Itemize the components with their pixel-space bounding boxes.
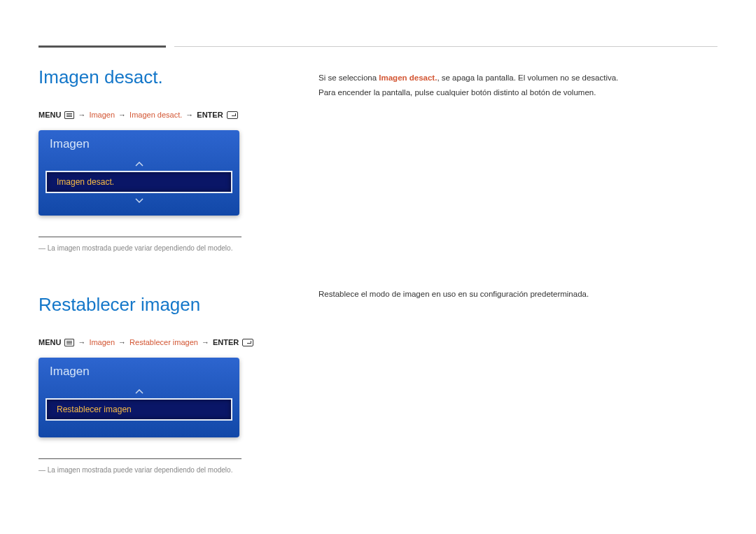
menu-box-1: Imagen Imagen desact.: [38, 130, 239, 216]
path-step-2: Restablecer imagen: [130, 338, 198, 346]
body-text-pre: Si se selecciona: [318, 73, 379, 82]
arrow-icon: →: [118, 111, 126, 119]
header-divider-thick: [38, 45, 166, 48]
arrow-icon: →: [78, 111, 85, 119]
body-text-line2: Para encender la pantalla, pulse cualqui…: [318, 88, 596, 97]
chevron-up-icon: [135, 389, 144, 394]
menu-box-2: Imagen Restablecer imagen: [38, 358, 239, 437]
body-section-2: Restablece el modo de imagen en uso en s…: [318, 287, 718, 302]
menu-path-1: MENU → Imagen → Imagen desact. → ENTER: [38, 111, 276, 119]
menu-icon: [64, 339, 74, 346]
heading-imagen-desact: Imagen desact.: [38, 66, 276, 88]
enter-label: ENTER: [197, 111, 223, 119]
arrow-icon: →: [118, 338, 126, 346]
body-text-highlight: Imagen desact.: [379, 73, 437, 82]
menu-box-header: Imagen: [38, 130, 239, 157]
arrow-icon: →: [202, 338, 209, 346]
enter-icon: [242, 339, 253, 346]
menu-box-down[interactable]: [38, 193, 239, 207]
arrow-icon: →: [186, 111, 193, 119]
header-divider: [38, 46, 718, 47]
note-text-2: La imagen mostrada puede variar dependie…: [38, 466, 276, 474]
path-step-1: Imagen: [89, 111, 115, 119]
menu-box-up[interactable]: [38, 384, 239, 398]
menu-box-header: Imagen: [38, 358, 239, 384]
menu-box-selected-item[interactable]: Restablecer imagen: [46, 398, 232, 421]
note-text-1: La imagen mostrada puede variar dependie…: [38, 244, 276, 252]
note-divider: [38, 237, 241, 237]
heading-restablecer: Restablecer imagen: [38, 294, 276, 316]
menu-box-title: Imagen: [50, 137, 228, 151]
path-step-2: Imagen desact.: [130, 111, 182, 119]
section-imagen-desact: Imagen desact. MENU → Imagen → Imagen de…: [38, 66, 276, 252]
body-section-1: Si se selecciona Imagen desact., se apag…: [318, 71, 718, 99]
menu-label: MENU: [38, 111, 61, 119]
body-text-post: , se apaga la pantalla. El volumen no se…: [437, 73, 618, 82]
menu-label: MENU: [38, 338, 61, 346]
enter-label: ENTER: [213, 338, 239, 346]
menu-path-2: MENU → Imagen → Restablecer imagen → ENT…: [38, 338, 276, 346]
note-divider: [38, 458, 241, 459]
section-restablecer: Restablecer imagen MENU → Imagen → Resta…: [38, 294, 276, 474]
menu-box-selected-item[interactable]: Imagen desact.: [46, 171, 232, 193]
chevron-down-icon: [135, 198, 144, 203]
header-divider-thin: [174, 46, 718, 47]
menu-box-up[interactable]: [38, 157, 239, 171]
menu-icon: [64, 111, 74, 119]
enter-icon: [227, 111, 238, 119]
path-step-1: Imagen: [89, 338, 115, 346]
chevron-up-icon: [135, 162, 144, 167]
menu-box-title: Imagen: [50, 365, 228, 379]
arrow-icon: →: [78, 338, 85, 346]
